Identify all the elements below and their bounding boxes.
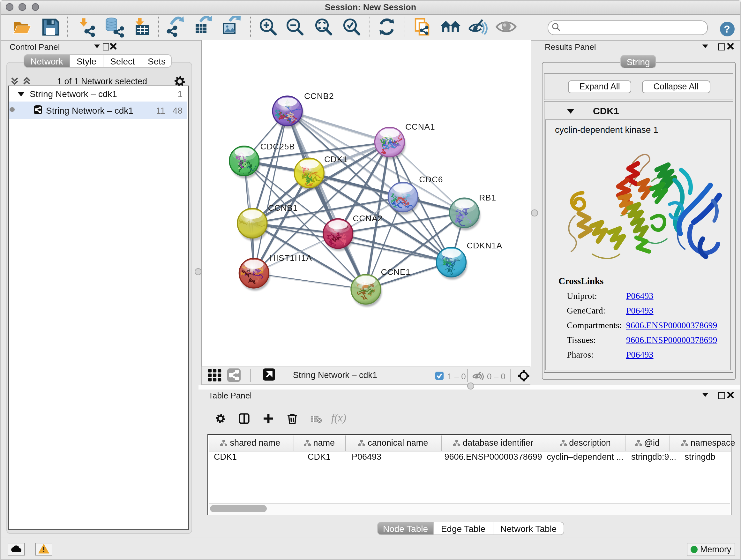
svg-text:HIST1H1A: HIST1H1A	[270, 253, 312, 263]
svg-text:CDKN1A: CDKN1A	[467, 241, 502, 250]
svg-text:CDC25B: CDC25B	[260, 142, 295, 151]
svg-text:CCNB2: CCNB2	[304, 91, 334, 101]
svg-text:CDK1: CDK1	[324, 154, 348, 164]
svg-text:CDC6: CDC6	[419, 175, 443, 184]
svg-text:CCNE1: CCNE1	[381, 267, 410, 277]
svg-text:CCNB1: CCNB1	[268, 203, 298, 212]
svg-text:RB1: RB1	[479, 193, 496, 202]
svg-text:CCNA1: CCNA1	[405, 122, 435, 132]
svg-text:CCNA2: CCNA2	[353, 213, 382, 223]
